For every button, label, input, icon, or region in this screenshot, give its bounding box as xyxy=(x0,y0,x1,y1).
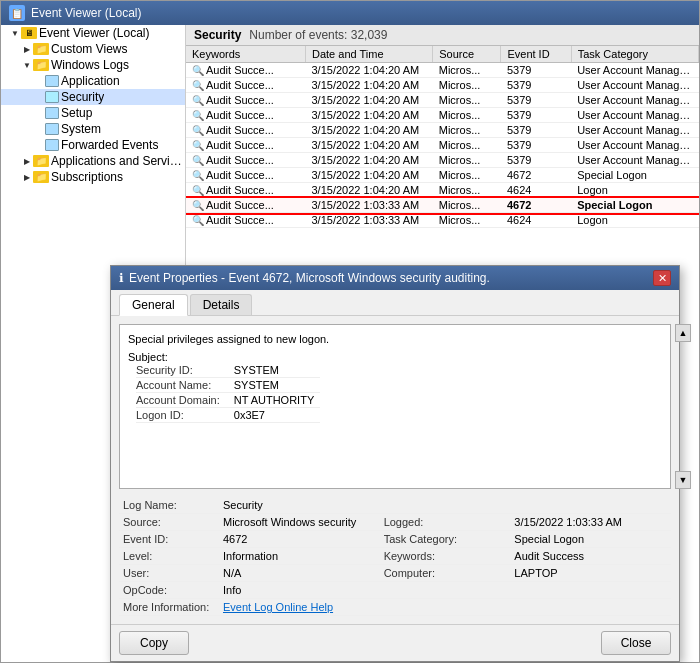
sidebar-item-forwarded[interactable]: ▶ Forwarded Events xyxy=(1,137,185,153)
cell-keywords: 🔍Audit Succe... xyxy=(186,123,305,138)
sidebar-item-security[interactable]: ▶ Security xyxy=(1,89,185,105)
table-row[interactable]: 🔍Audit Succe...3/15/2022 1:04:20 AMMicro… xyxy=(186,168,699,183)
cell-keywords: 🔍Audit Succe... xyxy=(186,168,305,183)
table-row[interactable]: 🔍Audit Succe...3/15/2022 1:04:20 AMMicro… xyxy=(186,123,699,138)
cell-keywords: 🔍Audit Succe... xyxy=(186,93,305,108)
table-row[interactable]: 🔍Audit Succe...3/15/2022 1:04:20 AMMicro… xyxy=(186,78,699,93)
tab-details[interactable]: Details xyxy=(190,294,253,315)
table-row[interactable]: 🔍Audit Succe...3/15/2022 1:04:20 AMMicro… xyxy=(186,138,699,153)
user-label: User: xyxy=(119,565,219,582)
scroll-down-button[interactable]: ▼ xyxy=(675,471,691,489)
cell-keywords: 🔍Audit Succe... xyxy=(186,63,305,78)
log-icon-sec xyxy=(45,91,59,103)
event-properties-dialog: ℹ Event Properties - Event 4672, Microso… xyxy=(110,265,680,662)
cell-datetime: 3/15/2022 1:04:20 AM xyxy=(305,63,432,78)
cell-datetime: 3/15/2022 1:04:20 AM xyxy=(305,78,432,93)
copy-button[interactable]: Copy xyxy=(119,631,189,655)
sidebar-item-system[interactable]: ▶ System xyxy=(1,121,185,137)
expand-icon-apps: ▶ xyxy=(21,155,33,167)
cell-keywords: 🔍Audit Succe... xyxy=(186,153,305,168)
cell-source: Micros... xyxy=(433,138,501,153)
expand-icon-custom: ▶ xyxy=(21,43,33,55)
cell-event-id: 4624 xyxy=(501,213,571,228)
sidebar-item-windows-logs[interactable]: ▼ 📁 Windows Logs xyxy=(1,57,185,73)
col-source[interactable]: Source xyxy=(433,46,501,63)
sidebar-item-event-viewer[interactable]: ▼ 🖥 Event Viewer (Local) xyxy=(1,25,185,41)
cell-task: User Account Management xyxy=(571,108,698,123)
sidebar-item-custom-views[interactable]: ▶ 📁 Custom Views xyxy=(1,41,185,57)
dialog-close-button[interactable]: ✕ xyxy=(653,270,671,286)
event-id-value: 4672 xyxy=(219,531,380,548)
col-task[interactable]: Task Category xyxy=(571,46,698,63)
cell-source: Micros... xyxy=(433,63,501,78)
cell-event-id: 4672 xyxy=(501,198,571,213)
sidebar-item-application[interactable]: ▶ Application xyxy=(1,73,185,89)
event-log-online-help-link[interactable]: Event Log Online Help xyxy=(223,601,333,613)
dialog-body: Special privileges assigned to new logon… xyxy=(111,316,679,624)
level-value: Information xyxy=(219,548,380,565)
sidebar-item-subscriptions[interactable]: ▶ 📁 Subscriptions xyxy=(1,169,185,185)
window-title: Event Viewer (Local) xyxy=(31,6,142,20)
log-icon-sys xyxy=(45,123,59,135)
acct-domain-label: Account Domain: xyxy=(136,393,228,408)
folder-icon-custom: 📁 xyxy=(33,43,49,55)
event-line1: Special privileges assigned to new logon… xyxy=(128,333,644,345)
close-button[interactable]: Close xyxy=(601,631,671,655)
sidebar-item-apps-services[interactable]: ▶ 📁 Applications and Services Lo... xyxy=(1,153,185,169)
cell-event-id: 5379 xyxy=(501,153,571,168)
folder-icon-apps: 📁 xyxy=(33,155,49,167)
log-icon-fwd xyxy=(45,139,59,151)
cell-task: User Account Management xyxy=(571,63,698,78)
cell-task: User Account Management xyxy=(571,93,698,108)
sidebar-label-custom: Custom Views xyxy=(51,42,127,56)
cell-task: Special Logon xyxy=(571,168,698,183)
scroll-up-button[interactable]: ▲ xyxy=(675,324,691,342)
cell-task: Logon xyxy=(571,183,698,198)
sidebar-label-sys: System xyxy=(61,122,101,136)
sidebar-label-apps: Applications and Services Lo... xyxy=(51,154,185,168)
app-icon: 📋 xyxy=(9,5,25,21)
cell-datetime: 3/15/2022 1:04:20 AM xyxy=(305,138,432,153)
cell-event-id: 5379 xyxy=(501,108,571,123)
cell-task: User Account Management xyxy=(571,153,698,168)
cell-task: Logon xyxy=(571,213,698,228)
user-value: N/A xyxy=(219,565,380,582)
tab-general[interactable]: General xyxy=(119,294,188,316)
opcode-label: OpCode: xyxy=(119,582,219,599)
table-row[interactable]: 🔍Audit Succe...3/15/2022 1:04:20 AMMicro… xyxy=(186,93,699,108)
cell-datetime: 3/15/2022 1:04:20 AM xyxy=(305,183,432,198)
event-text-area[interactable]: Special privileges assigned to new logon… xyxy=(119,324,671,489)
table-row[interactable]: 🔍Audit Succe...3/15/2022 1:04:20 AMMicro… xyxy=(186,63,699,78)
cell-event-id: 5379 xyxy=(501,138,571,153)
col-eventid[interactable]: Event ID xyxy=(501,46,571,63)
log-icon-app xyxy=(45,75,59,87)
task-cat-label: Task Category: xyxy=(380,531,511,548)
cell-event-id: 5379 xyxy=(501,123,571,138)
folder-icon-winlogs: 📁 xyxy=(33,59,49,71)
sidebar-item-setup[interactable]: ▶ Setup xyxy=(1,105,185,121)
cell-source: Micros... xyxy=(433,123,501,138)
title-bar: 📋 Event Viewer (Local) xyxy=(1,1,699,25)
cell-source: Micros... xyxy=(433,198,501,213)
table-row[interactable]: 🔍Audit Succe...3/15/2022 1:03:33 AMMicro… xyxy=(186,213,699,228)
acct-name-value: SYSTEM xyxy=(228,378,320,393)
table-row[interactable]: 🔍Audit Succe...3/15/2022 1:04:20 AMMicro… xyxy=(186,183,699,198)
dialog-footer: Copy Close xyxy=(111,624,679,661)
opcode-value: Info xyxy=(219,582,380,599)
more-info-label: More Information: xyxy=(119,599,219,616)
panel-header: Security Number of events: 32,039 xyxy=(186,25,699,46)
cell-source: Micros... xyxy=(433,108,501,123)
dialog-title: Event Properties - Event 4672, Microsoft… xyxy=(129,271,490,285)
event-id-label: Event ID: xyxy=(119,531,219,548)
event-subject-label: Subject: xyxy=(128,351,644,363)
cell-task: User Account Management xyxy=(571,78,698,93)
sec-id-value: SYSTEM xyxy=(228,363,320,378)
table-row[interactable]: 🔍Audit Succe...3/15/2022 1:03:33 AMMicro… xyxy=(186,198,699,213)
col-keywords[interactable]: Keywords xyxy=(186,46,305,63)
cell-task: User Account Management xyxy=(571,123,698,138)
cell-datetime: 3/15/2022 1:03:33 AM xyxy=(305,213,432,228)
cell-keywords: 🔍Audit Succe... xyxy=(186,138,305,153)
col-datetime[interactable]: Date and Time xyxy=(305,46,432,63)
table-row[interactable]: 🔍Audit Succe...3/15/2022 1:04:20 AMMicro… xyxy=(186,153,699,168)
table-row[interactable]: 🔍Audit Succe...3/15/2022 1:04:20 AMMicro… xyxy=(186,108,699,123)
